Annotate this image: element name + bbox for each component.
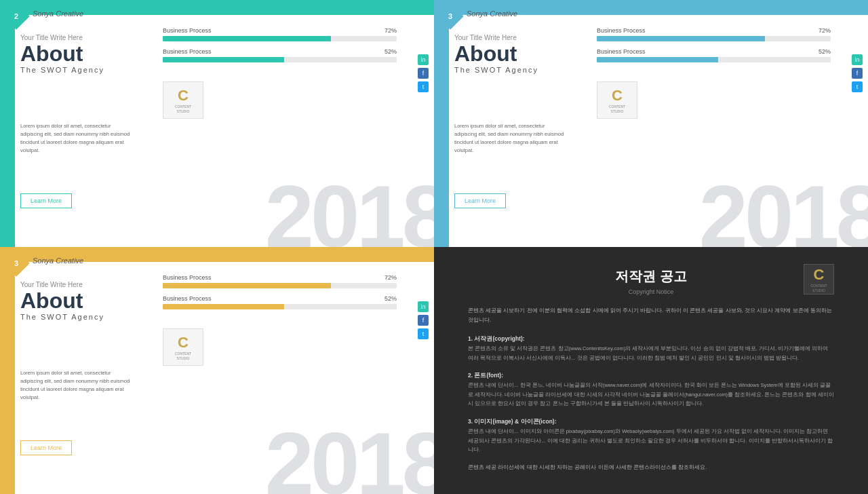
slide1-logo-text: CONTENTSTUDIO — [175, 104, 191, 113]
slide3-subtitle: Your Title Write Here — [20, 281, 156, 288]
copyright-section-2: 2. 폰트(font): 콘텐츠 내에 단서이... 한국 폰느, 네이버 나눔… — [468, 370, 834, 408]
slide1-progress2-bar — [163, 57, 397, 62]
slide2-progress1: Business Process 72% — [597, 27, 831, 41]
copyright-logo: C CONTENTSTUDIO — [804, 264, 834, 294]
slide2-progress1-fill — [597, 36, 765, 41]
slide3-progress2-bar — [163, 304, 397, 309]
slide3-year: 2018 — [265, 419, 434, 494]
slide3-logo-text: CONTENTSTUDIO — [175, 352, 191, 360]
slide3-logo-letter: C — [178, 334, 189, 352]
copyright-logo-letter: C — [814, 266, 825, 284]
slide1-body: Lorem ipsum dolor sit amet, consectetur … — [20, 122, 132, 155]
slide1-social-icons: in f t — [418, 54, 429, 92]
slide2-progress1-header: Business Process 72% — [597, 27, 831, 34]
slide3-right: Business Process 72% Business Process 52… — [163, 274, 397, 316]
slide3-progress1-label: Business Process — [163, 274, 212, 281]
copyright-section1-body: 본 콘텐츠의 소유 및 서작권은 콘텐츠 창고(www.ContenttsKey… — [468, 344, 834, 362]
slide1-progress2-label: Business Process — [163, 48, 212, 55]
slide2-linkedin-icon[interactable]: in — [852, 54, 863, 65]
copyright-section-1: 1. 서작권(copyright): 본 콘텐츠의 소유 및 서작권은 콘텐츠 … — [468, 334, 834, 362]
slide2-logo-letter: C — [612, 87, 623, 104]
slide1-progress1-label: Business Process — [163, 27, 212, 34]
slide1-learn-more-button[interactable]: Learn More — [20, 193, 72, 208]
copyright-section3-body: 콘텐츠 내에 단서이... 이미지와 아이콘은 pixabay(pixabay.… — [468, 427, 834, 455]
slide1-logo-letter: C — [178, 87, 189, 104]
slide2-title: About — [454, 43, 590, 64]
slide1-logo: C CONTENTSTUDIO — [163, 81, 203, 119]
slide2-left: Your Title Write Here About The SWOT Age… — [454, 34, 590, 74]
slide1-progress2-header: Business Process 52% — [163, 48, 397, 55]
slide2-progress2-fill — [597, 57, 718, 62]
slide2-agency: The SWOT Agency — [454, 66, 590, 74]
slide1-progress2: Business Process 52% — [163, 48, 397, 62]
slide2-body: Lorem ipsum dolor sit amet, consectetur … — [454, 122, 566, 155]
slide-1: 2 Sonya Creative in f t Your Title Write… — [0, 0, 434, 247]
slide3-left-bar — [0, 247, 15, 494]
slide1-progress2-fill — [163, 57, 284, 62]
copyright-section1-title: 1. 서작권(copyright): — [468, 334, 834, 344]
copyright-footer: 콘텐츠 세공 라이선세에 대한 시세한 자하는 공레이사 이든에 사세한 콘텐스… — [468, 463, 834, 472]
slide3-progress2-header: Business Process 52% — [163, 295, 397, 302]
slide3-progress1-fill — [163, 283, 331, 288]
slide1-facebook-icon[interactable]: f — [418, 68, 429, 79]
slide2-progress1-value: 72% — [818, 27, 831, 34]
slide3-progress1-value: 72% — [384, 274, 397, 281]
slide1-year: 2018 — [265, 172, 434, 247]
slide3-body: Lorem ipsum dolor sit amet, consectetur … — [20, 369, 132, 402]
slide2-progress1-label: Business Process — [597, 27, 646, 34]
slide3-progress1: Business Process 72% — [163, 274, 397, 288]
slide3-logo: C CONTENTSTUDIO — [163, 328, 203, 366]
slide-2: 3 Sonya Creative in f t Your Title Write… — [434, 0, 868, 247]
slide2-progress2-bar — [597, 57, 831, 62]
copyright-logo-text: CONTENTSTUDIO — [810, 284, 827, 292]
slide1-progress2-value: 52% — [384, 48, 397, 55]
slide-3: 3 Sonya Creative in f t Your Title Write… — [0, 247, 434, 494]
slide1-twitter-icon[interactable]: t — [418, 81, 429, 92]
slide1-subtitle: Your Title Write Here — [20, 34, 156, 41]
slide3-progress2-fill — [163, 304, 284, 309]
slide3-left: Your Title Write Here About The SWOT Age… — [20, 281, 156, 321]
slide3-linkedin-icon[interactable]: in — [418, 301, 429, 312]
slide1-left: Your Title Write Here About The SWOT Age… — [20, 34, 156, 74]
slide2-facebook-icon[interactable]: f — [852, 68, 863, 79]
slide1-agency: The SWOT Agency — [20, 66, 156, 74]
slide3-title: About — [20, 290, 156, 311]
slide1-progress1-fill — [163, 36, 331, 41]
copyright-section3-title: 3. 이미지(image) & 아이콘(icon): — [468, 417, 834, 427]
slide3-twitter-icon[interactable]: t — [418, 328, 429, 339]
slide2-year: 2018 — [699, 172, 868, 247]
slide1-brand: Sonya Creative — [33, 10, 83, 18]
copyright-section2-body: 콘텐츠 내에 단서이... 한국 폰느, 네이버 나눔글꼴의 서작(www.na… — [468, 381, 834, 408]
slide2-learn-more-button[interactable]: Learn More — [454, 193, 506, 208]
slide3-learn-more-button[interactable]: Learn More — [20, 440, 72, 455]
copyright-container: C CONTENTSTUDIO 저작권 공고 Copyright Notice … — [434, 247, 868, 494]
slide2-left-bar — [434, 0, 449, 247]
slide3-progress2-value: 52% — [384, 295, 397, 302]
slide1-title: About — [20, 43, 156, 64]
slide3-progress2-label: Business Process — [163, 295, 212, 302]
slide2-progress1-bar — [597, 36, 831, 41]
slide1-progress1-value: 72% — [384, 27, 397, 34]
slide3-social-icons: in f t — [418, 301, 429, 339]
slide2-logo: C CONTENTSTUDIO — [597, 81, 637, 119]
slide3-agency: The SWOT Agency — [20, 313, 156, 321]
slide1-right: Business Process 72% Business Process 52… — [163, 27, 397, 69]
slide1-linkedin-icon[interactable]: in — [418, 54, 429, 65]
slide-4: C CONTENTSTUDIO 저작권 공고 Copyright Notice … — [434, 247, 868, 494]
slide2-social-icons: in f t — [852, 54, 863, 92]
slide2-progress2: Business Process 52% — [597, 48, 831, 62]
slide2-subtitle: Your Title Write Here — [454, 34, 590, 41]
slide3-progress2: Business Process 52% — [163, 295, 397, 309]
slide2-twitter-icon[interactable]: t — [852, 81, 863, 92]
copyright-section2-title: 2. 폰트(font): — [468, 370, 834, 381]
slide3-progress1-header: Business Process 72% — [163, 274, 397, 281]
slide3-facebook-icon[interactable]: f — [418, 315, 429, 326]
slide1-progress1: Business Process 72% — [163, 27, 397, 41]
slide1-progress1-header: Business Process 72% — [163, 27, 397, 34]
slide2-progress2-value: 52% — [818, 48, 831, 55]
slide2-logo-text: CONTENTSTUDIO — [609, 104, 625, 113]
slide1-left-bar — [0, 0, 15, 247]
slide3-brand: Sonya Creative — [33, 256, 83, 265]
copyright-intro: 콘텐츠 세공을 시보하기 전에 이분의 협력에 소섭합 시메에 읽어 주시기 바… — [468, 306, 834, 326]
slide2-progress2-header: Business Process 52% — [597, 48, 831, 55]
